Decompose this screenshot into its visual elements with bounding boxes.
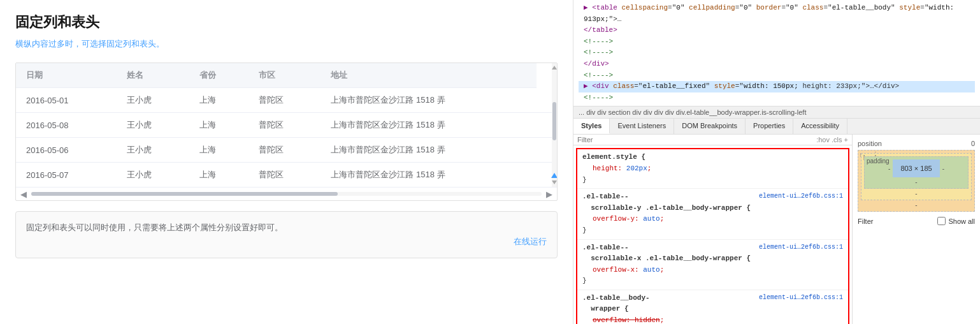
css-rules-highlighted: element.style { height: 202px; } .el-tab… (576, 148, 849, 324)
table-cell: 上海 (189, 138, 249, 163)
tab-accessibility[interactable]: Accessibility (793, 119, 847, 134)
css-rule-element-style: element.style { height: 202px; } (577, 149, 848, 189)
data-table: 日期 姓名 省份 市区 地址 2016-05-01王小虎上海普陀区上海市普陀区金… (16, 63, 557, 187)
tab-styles[interactable]: Styles (573, 119, 610, 134)
css-source: element-ui…2ef6b.css:1 (759, 293, 843, 315)
filter-input[interactable] (577, 136, 816, 144)
box-model-footer: Filter Show all (858, 217, 975, 225)
table-cell: 王小虎 (117, 163, 189, 188)
h-scroll-track[interactable] (31, 192, 542, 196)
html-line: <!----> (579, 47, 975, 59)
right-value: - (942, 165, 944, 172)
table-body: 2016-05-01王小虎上海普陀区上海市普陀区金沙江路 1518 弄2016-… (16, 88, 557, 188)
tab-properties[interactable]: Properties (746, 119, 793, 134)
box-model-panel: position 0 margin - border padding - 803… (853, 135, 980, 324)
border-box: border padding - 803 × 185 - - - (861, 153, 972, 200)
col-header-address: 地址 (321, 63, 537, 88)
page-title: 固定列和表头 (15, 13, 558, 32)
tab-dom-breakpoints[interactable]: DOM Breakpoints (674, 119, 746, 134)
col-header-province: 省份 (189, 63, 249, 88)
table-cell: 普陀区 (249, 138, 321, 163)
css-rule-scrollable-x: .el-table-- scrollable-x .el-table__body… (577, 240, 848, 290)
html-line: <!----> (579, 70, 975, 82)
left-panel: 固定列和表头 横纵内容过多时，可选择固定列和表头。 日期 姓名 省份 市区 地址… (0, 0, 573, 324)
html-line: ▶ <table cellspacing="0" cellpadding="0"… (579, 3, 975, 25)
filter-bar: :hov .cls + (573, 135, 852, 145)
scroll-left-arrow[interactable]: ◀ (18, 189, 29, 199)
h-scroll-thumb[interactable] (31, 192, 338, 196)
table-cell: 普陀区 (249, 88, 321, 113)
padding-bottom-value: - (867, 179, 965, 186)
online-run-link[interactable]: 在线运行 (26, 236, 547, 247)
horizontal-scrollbar[interactable]: ◀ ▶ (16, 187, 557, 200)
show-all-checkbox[interactable] (937, 217, 946, 225)
html-line-selected: ▶ <div class="el-table__fixed" style="wi… (579, 81, 975, 92)
table-cell: 上海市普陀区金沙江路 1518 弄 (321, 113, 537, 138)
margin-bottom-value: - (861, 202, 972, 209)
table-cell: 上海市普陀区金沙江路 1518 弄 (321, 88, 537, 113)
table-cell: 上海 (189, 113, 249, 138)
table-row: 2016-05-08王小虎上海普陀区上海市普陀区金沙江路 1518 弄 (16, 113, 557, 138)
scroll-down-arrow[interactable] (552, 180, 557, 184)
table-cell: 2016-05-08 (16, 113, 117, 138)
table-cell: 上海市普陀区金沙江路 1518 弄 (321, 163, 537, 188)
content-box: 803 × 185 (893, 159, 939, 177)
html-line: </table> (579, 25, 975, 36)
show-all-label[interactable]: Show all (937, 217, 975, 225)
filter-hints: :hov .cls + (816, 136, 848, 144)
padding-label: padding (867, 158, 890, 165)
table-cell: 2016-05-01 (16, 88, 117, 113)
col-header-city: 市区 (249, 63, 321, 88)
table-cell: 普陀区 (249, 113, 321, 138)
content-size: 803 × 185 (900, 165, 932, 172)
left-value: - (888, 165, 890, 172)
table-cell: 上海市普陀区金沙江路 1518 弄 (321, 138, 537, 163)
col-header-name: 姓名 (117, 63, 189, 88)
border-bottom-value: - (864, 190, 969, 197)
css-rule-body-wrapper: .el-table__body- wrapper { element-ui…2e… (577, 290, 848, 324)
margin-box: margin - border padding - 803 × 185 - (858, 150, 975, 212)
scroll-right-arrow[interactable]: ▶ (544, 189, 554, 199)
css-rule-scrollable-y: .el-table-- scrollable-y .el-table__body… (577, 189, 848, 239)
html-line: <!----> (579, 92, 975, 104)
html-line: </div> (579, 59, 975, 70)
devtools-panel: ▶ <table cellspacing="0" cellpadding="0"… (573, 0, 980, 324)
html-line: <!----> (579, 36, 975, 48)
breadcrumb: ... div div section div div div div div.… (573, 107, 980, 119)
position-value: 0 (971, 140, 975, 147)
page-description: 横纵内容过多时，可选择固定列和表头。 (15, 38, 558, 50)
table-container: 日期 姓名 省份 市区 地址 2016-05-01王小虎上海普陀区上海市普陀区金… (15, 63, 558, 201)
tab-event-listeners[interactable]: Event Listeners (610, 119, 674, 134)
bottom-description: 固定列和表头可以同时使用，只需要将上述两个属性分别设置好即可。 在线运行 (15, 211, 558, 258)
table-cell: 2016-05-07 (16, 163, 117, 188)
devtools-body: :hov .cls + element.style { height: 202p… (573, 135, 980, 324)
table-header: 日期 姓名 省份 市区 地址 (16, 63, 557, 88)
filter-label: Filter (858, 217, 873, 225)
table-cell: 王小虎 (117, 113, 189, 138)
table-cell: 上海 (189, 163, 249, 188)
table-row: 2016-05-01王小虎上海普陀区上海市普陀区金沙江路 1518 弄 (16, 88, 557, 113)
col-header-date: 日期 (16, 63, 117, 88)
styles-panel: :hov .cls + element.style { height: 202p… (573, 135, 853, 324)
table-cell: 王小虎 (117, 138, 189, 163)
css-source: element-ui…2ef6b.css:1 (759, 191, 843, 214)
position-label: position (858, 140, 882, 147)
padding-box: padding - 803 × 185 - - (864, 156, 969, 189)
css-source: element-ui…2ef6b.css:1 (759, 242, 843, 265)
table-cell: 普陀区 (249, 163, 321, 188)
table-cell: 2016-05-06 (16, 138, 117, 163)
box-model-header: position 0 (858, 140, 975, 147)
html-panel: ▶ <table cellspacing="0" cellpadding="0"… (573, 0, 980, 107)
table-cell: 王小虎 (117, 88, 189, 113)
table-cell: 上海 (189, 88, 249, 113)
devtools-tabs: Styles Event Listeners DOM Breakpoints P… (573, 119, 980, 135)
table-row: 2016-05-06王小虎上海普陀区上海市普陀区金沙江路 1518 弄 (16, 138, 557, 163)
table-row: 2016-05-07王小虎上海普陀区上海市普陀区金沙江路 1518 弄 (16, 163, 557, 188)
scroll-up-arrow[interactable] (551, 173, 558, 178)
